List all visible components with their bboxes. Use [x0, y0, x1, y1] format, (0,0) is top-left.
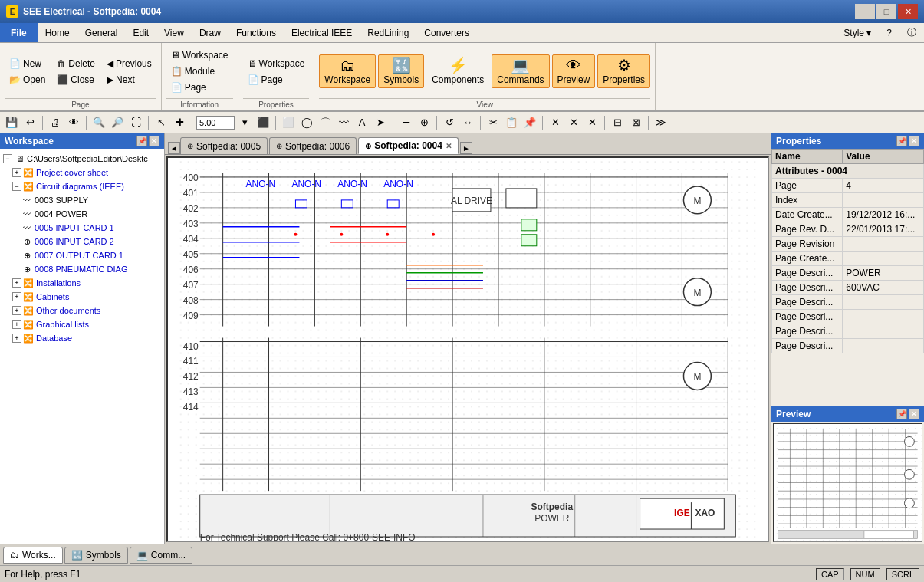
tb-flip-btn[interactable]: ↔ — [459, 114, 476, 131]
ribbon-btn-workspace-info[interactable]: 🖥 Workspace — [166, 48, 233, 63]
tree-item-database[interactable]: + 🔀 Database — [0, 331, 164, 345]
tree-item-0005[interactable]: 〰 0005 INPUT CARD 1 — [0, 221, 164, 235]
props-row-desc6[interactable]: Page Descri... — [772, 339, 924, 353]
tab-scroll-left[interactable]: ◄ — [168, 142, 180, 154]
ribbon-btn-page-props[interactable]: 📄 Page — [243, 72, 310, 87]
tb-cut-btn[interactable]: ✂ — [485, 114, 501, 131]
ribbon-btn-properties-view[interactable]: ⚙ Properties — [597, 54, 650, 88]
tb-draw1-btn[interactable]: ⬜ — [280, 114, 297, 131]
close-button[interactable]: ✕ — [898, 4, 918, 19]
menu-item-view[interactable]: View — [156, 23, 192, 42]
props-row-pagerev[interactable]: Page Rev. D... 22/01/2013 17:... — [772, 222, 924, 237]
menu-item-info[interactable]: ⓘ — [899, 23, 924, 42]
tb-paste-btn[interactable]: 📌 — [521, 114, 538, 131]
menu-item-functions[interactable]: Functions — [229, 23, 284, 42]
tb-select-btn[interactable]: ↖ — [153, 114, 169, 131]
tb-align-btn[interactable]: ⊟ — [609, 114, 626, 131]
props-row-desc1[interactable]: Page Descri... POWER — [772, 266, 924, 281]
menu-item-draw[interactable]: Draw — [192, 23, 229, 42]
tree-item-0007[interactable]: ⊕ 0007 OUTPUT CARD 1 — [0, 248, 164, 262]
props-row-page[interactable]: Page 4 — [772, 179, 924, 193]
menu-item-converters[interactable]: Converters — [416, 23, 477, 42]
tree-expand-cabinets[interactable]: + — [12, 292, 21, 301]
props-row-pagecreate[interactable]: Page Create... — [772, 252, 924, 266]
properties-pin-btn[interactable]: 📌 — [896, 136, 907, 146]
workspace-pin-btn[interactable]: 📌 — [136, 136, 147, 146]
tb-print-btn[interactable]: 🖨 — [47, 114, 64, 131]
menu-item-edit[interactable]: Edit — [125, 23, 156, 42]
menu-item-electrical-ieee[interactable]: Electrical IEEE — [284, 23, 360, 42]
tb-del-btn[interactable]: ✕ — [547, 114, 564, 131]
tree-expand-cover[interactable]: + — [12, 168, 21, 177]
tree-item-0003[interactable]: 〰 0003 SUPPLY — [0, 193, 164, 207]
ribbon-btn-workspace-view[interactable]: 🗂 Workspace — [319, 54, 376, 88]
ribbon-btn-module[interactable]: 📋 Module — [166, 64, 233, 79]
tree-expand-root[interactable]: − — [3, 154, 12, 163]
properties-scroll[interactable]: Name Value Attributes - 0004 Page 4 Inde… — [771, 149, 924, 406]
ribbon-btn-next[interactable]: ▶ Next — [102, 72, 156, 87]
menu-item-redlining[interactable]: RedLining — [360, 23, 416, 42]
ribbon-btn-new[interactable]: 📄 New — [5, 56, 50, 71]
ribbon-btn-page-info[interactable]: 📄 Page — [166, 80, 233, 95]
bottom-tab-symbols[interactable]: 🔣 Symbols — [64, 547, 128, 564]
menu-item-file[interactable]: File — [0, 23, 38, 42]
menu-item-style[interactable]: Style ▾ — [836, 23, 879, 42]
tree-item-0008[interactable]: ⊕ 0008 PNEUMATIC DIAG — [0, 262, 164, 276]
workspace-close-btn[interactable]: ✕ — [149, 136, 159, 146]
canvas-area[interactable]: 400 401 402 403 404 405 406 407 408 409 … — [166, 156, 769, 542]
tb-save-btn[interactable]: 💾 — [3, 114, 20, 131]
ribbon-btn-open[interactable]: 📂 Open — [5, 72, 50, 87]
tree-item-0004[interactable]: 〰 0004 POWER — [0, 207, 164, 221]
tree-item-installations[interactable]: + 🔀 Installations — [0, 276, 164, 290]
menu-item-general[interactable]: General — [77, 23, 126, 42]
menu-item-help[interactable]: ? — [879, 23, 899, 42]
tab-scroll-right[interactable]: ► — [460, 142, 472, 154]
tb-preview2-btn[interactable]: 👁 — [65, 114, 82, 131]
tree-item-circuit[interactable]: − 🔀 Circuit diagrams (IEEE) — [0, 179, 164, 193]
ribbon-btn-workspace-props[interactable]: 🖥 Workspace — [243, 56, 310, 71]
tb-draw4-btn[interactable]: 〰 — [335, 114, 352, 131]
bottom-tab-commands[interactable]: 💻 Comm... — [130, 547, 192, 564]
tb-node-btn[interactable]: ⊕ — [416, 114, 432, 131]
props-row-desc4[interactable]: Page Descri... — [772, 310, 924, 324]
props-row-desc5[interactable]: Page Descri... — [772, 324, 924, 339]
ribbon-btn-commands[interactable]: 💻 Commands — [492, 54, 549, 88]
tb-zoom-fit-btn[interactable]: ⛶ — [127, 114, 144, 131]
tb-wire-btn[interactable]: ⊢ — [397, 114, 414, 131]
tab-close-0004[interactable]: ✕ — [446, 142, 452, 150]
tree-item-root[interactable]: − 🖥 C:\Users\SoftpediaEditor\Desktc — [0, 152, 164, 166]
tree-expand-database[interactable]: + — [12, 334, 21, 343]
tb-zoom-in-btn[interactable]: 🔍 — [90, 114, 107, 131]
tb-copy-btn[interactable]: 📋 — [503, 114, 520, 131]
tb-more-btn[interactable]: ≫ — [653, 114, 669, 131]
tb-draw2-btn[interactable]: ◯ — [298, 114, 315, 131]
props-row-index[interactable]: Index — [772, 193, 924, 208]
properties-close-btn[interactable]: ✕ — [909, 136, 919, 146]
tab-0004[interactable]: ⊕ Softpedia: 0004 ✕ — [358, 137, 459, 154]
tree-item-graphical-lists[interactable]: + 🔀 Graphical lists — [0, 317, 164, 331]
tb-rot-btn[interactable]: ↺ — [441, 114, 458, 131]
minimize-button[interactable]: ─ — [855, 4, 875, 19]
tree-item-cabinets[interactable]: + 🔀 Cabinets — [0, 290, 164, 304]
menu-item-home[interactable]: Home — [38, 23, 77, 42]
ribbon-btn-preview[interactable]: 👁 Preview — [552, 54, 596, 88]
tb-zoom-out-btn[interactable]: 🔎 — [109, 114, 126, 131]
tree-expand-graphical[interactable]: + — [12, 320, 21, 329]
tb-undo-btn[interactable]: ↩ — [21, 114, 38, 131]
tree-item-other[interactable]: + 🔀 Other documents — [0, 304, 164, 317]
props-row-revision[interactable]: Page Revision — [772, 237, 924, 252]
props-row-datecreate[interactable]: Date Create... 19/12/2012 16:... — [772, 208, 924, 222]
tree-item-cover[interactable]: + 🔀 Project cover sheet — [0, 166, 164, 179]
tb-cross-btn[interactable]: ✚ — [171, 114, 188, 131]
tb-fit-page-btn[interactable]: ⬛ — [255, 114, 271, 131]
tree-item-0006[interactable]: ⊕ 0006 INPUT CARD 2 — [0, 235, 164, 248]
scale-input[interactable] — [196, 116, 235, 130]
preview-pin-btn[interactable]: 📌 — [896, 409, 907, 419]
tree-expand-other[interactable]: + — [12, 306, 21, 315]
ribbon-btn-close[interactable]: ⬛ Close — [52, 72, 100, 87]
tree-expand-circuit[interactable]: − — [12, 182, 21, 191]
props-row-desc2[interactable]: Page Descri... 600VAC — [772, 281, 924, 295]
tab-0006[interactable]: ⊕ Softpedia: 0006 — [269, 137, 357, 154]
preview-close-btn[interactable]: ✕ — [909, 409, 919, 419]
tb-dist-btn[interactable]: ⊠ — [627, 114, 644, 131]
